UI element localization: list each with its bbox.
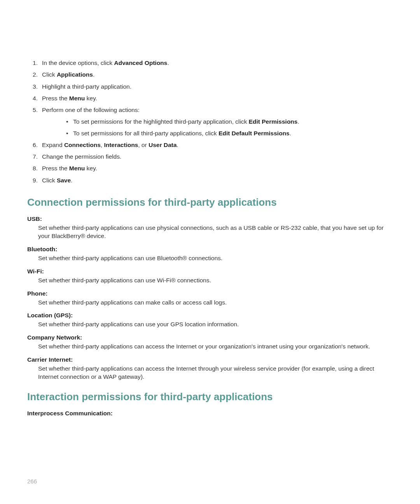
sub-text: . [298,118,299,125]
definition-list-connection: USB: Set whether third-party application… [27,215,393,381]
def-desc-usb: Set whether third-party applications can… [38,224,393,240]
step-item: Perform one of the following actions: To… [27,105,393,138]
step-item: In the device options, click Advanced Op… [27,58,393,67]
step-text: Press the [42,165,69,172]
def-term-bluetooth: Bluetooth: [27,246,393,253]
step-text: key. [85,165,97,172]
step-bold: Advanced Options [114,60,167,66]
def-desc-carrier-internet: Set whether third-party applications can… [38,364,393,381]
sub-item: To set permissions for all third-party a… [42,129,393,138]
def-term-wifi: Wi-Fi: [27,268,393,275]
step-bold: Menu [69,165,85,172]
sub-text: To set permissions for all third-party a… [73,130,219,136]
step-item: Press the Menu key. [27,164,393,173]
step-text: key. [85,95,97,102]
def-term-interprocess: Interprocess Communication: [27,410,393,417]
step-text: Click [42,177,57,184]
step-text: Perform one of the following actions: [42,107,140,113]
def-desc-phone: Set whether third-party applications can… [38,298,393,307]
def-desc-gps: Set whether third-party applications can… [38,320,393,329]
step-item: Press the Menu key. [27,94,393,103]
step-item: Click Save. [27,176,393,185]
def-term-usb: USB: [27,215,393,222]
definition-list-interaction: Interprocess Communication: [27,410,393,417]
step-bold: User Data [149,142,177,148]
sub-bold: Edit Default Permissions [219,130,290,136]
def-term-gps: Location (GPS): [27,312,393,319]
step-bold: Applications [57,71,93,78]
section-heading-interaction: Interaction permissions for third-party … [27,391,393,403]
step-text: In the device options, click [42,60,114,66]
sub-text: To set permissions for the highlighted t… [73,118,248,125]
page-number: 266 [27,478,37,485]
step-text: . [93,71,94,78]
def-term-company-network: Company Network: [27,334,393,341]
def-desc-bluetooth: Set whether third-party applications can… [38,254,393,262]
sub-bullet-list: To set permissions for the highlighted t… [42,117,393,138]
section-heading-connection: Connection permissions for third-party a… [27,196,393,208]
ordered-steps-list: In the device options, click Advanced Op… [27,58,393,185]
step-text: Expand [42,142,64,148]
step-bold: Connections [64,142,101,148]
step-bold: Menu [69,95,85,102]
sub-bold: Edit Permissions [248,118,298,125]
step-item: Expand Connections, Interactions, or Use… [27,140,393,149]
def-term-phone: Phone: [27,290,393,297]
step-text: . [177,142,178,148]
step-item: Click Applications. [27,70,393,79]
sub-item: To set permissions for the highlighted t… [42,117,393,126]
step-bold: Save [57,177,71,184]
step-text: , or [138,142,149,148]
step-text: Change the permission fields. [42,153,121,160]
step-item: Highlight a third-party application. [27,82,393,91]
step-text: . [71,177,72,184]
sub-text: . [289,130,291,136]
step-text: Highlight a third-party application. [42,83,131,90]
def-desc-company-network: Set whether third-party applications can… [38,342,393,351]
def-term-carrier-internet: Carrier Internet: [27,356,393,363]
step-item: Change the permission fields. [27,152,393,161]
def-desc-wifi: Set whether third-party applications can… [38,276,393,285]
step-text: Click [42,71,57,78]
step-text: Press the [42,95,69,102]
step-text: . [167,60,169,66]
step-bold: Interactions [104,142,138,148]
